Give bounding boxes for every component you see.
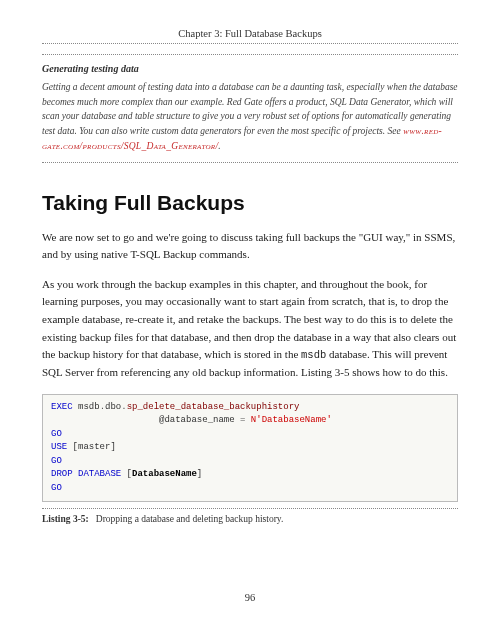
section-heading: Taking Full Backups	[42, 191, 458, 215]
code-token: GO	[51, 456, 62, 466]
code-token: N'DatabaseName'	[245, 415, 331, 425]
code-token: DatabaseName	[132, 469, 197, 479]
code-token: msdb	[73, 402, 100, 412]
code-token: GO	[51, 483, 62, 493]
header-rule	[42, 43, 458, 44]
code-token: @database_name	[51, 415, 240, 425]
callout-box: Generating testing data Getting a decent…	[42, 54, 458, 163]
inline-code-msdb: msdb	[301, 349, 326, 361]
code-token: dbo	[105, 402, 121, 412]
callout-title: Generating testing data	[42, 63, 458, 74]
page-number: 96	[0, 592, 500, 603]
code-token: DROP	[51, 469, 73, 479]
code-token: ]	[197, 469, 202, 479]
listing-caption: Listing 3-5: Dropping a database and del…	[42, 508, 458, 524]
chapter-header: Chapter 3: Full Database Backups	[42, 28, 458, 43]
paragraph-1: We are now set to go and we're going to …	[42, 229, 458, 264]
code-token: USE	[51, 442, 67, 452]
code-token: [	[121, 469, 132, 479]
paragraph-2: As you work through the backup examples …	[42, 276, 458, 382]
code-token: sp_delete_database_backuphistory	[127, 402, 300, 412]
listing-text: Dropping a database and deleting backup …	[96, 514, 283, 524]
code-token: [master]	[67, 442, 116, 452]
code-token: EXEC	[51, 402, 73, 412]
listing-label: Listing 3-5:	[42, 514, 89, 524]
code-token: DATABASE	[73, 469, 122, 479]
callout-body-post: .	[218, 141, 220, 151]
code-listing: EXEC msdb.dbo.sp_delete_database_backuph…	[42, 394, 458, 503]
callout-body: Getting a decent amount of testing data …	[42, 80, 458, 154]
callout-body-pre: Getting a decent amount of testing data …	[42, 82, 458, 136]
code-token: GO	[51, 429, 62, 439]
